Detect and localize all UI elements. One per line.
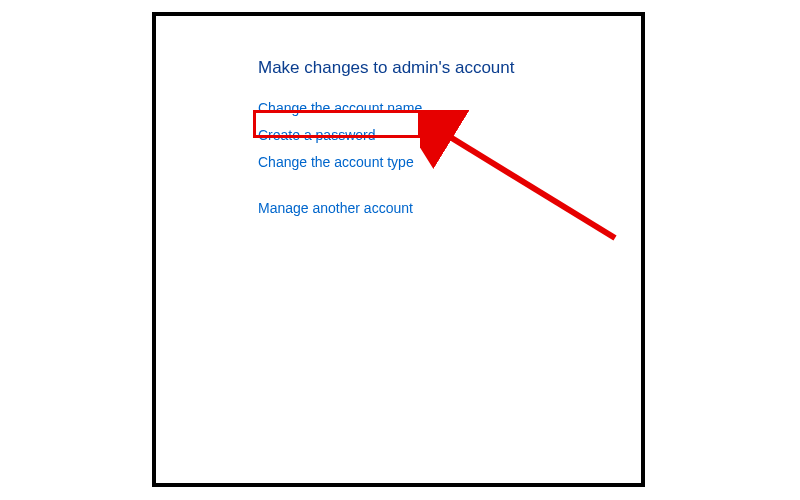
create-password-link[interactable]: Create a password: [258, 127, 376, 143]
change-account-name-link[interactable]: Change the account name: [258, 100, 422, 116]
change-account-type-link[interactable]: Change the account type: [258, 154, 414, 170]
manage-another-account-link[interactable]: Manage another account: [258, 200, 413, 216]
page-title: Make changes to admin's account: [258, 58, 611, 78]
account-options-list: Change the account name Create a passwor…: [258, 100, 611, 216]
content-area: Make changes to admin's account Change t…: [156, 16, 641, 246]
window-frame: Make changes to admin's account Change t…: [152, 12, 645, 487]
spacer: [258, 181, 611, 189]
